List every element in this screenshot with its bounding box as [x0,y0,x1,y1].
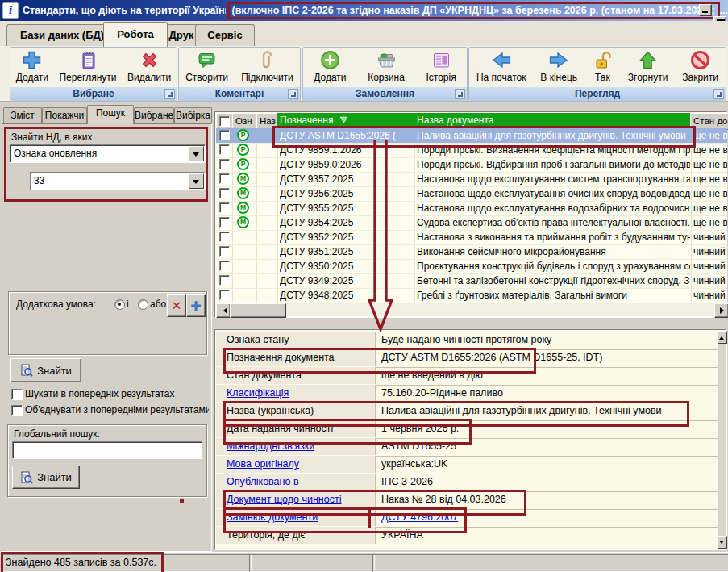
detail-row: Ознака стану Буде надано чинності протяг… [216,332,719,350]
orders-history-button[interactable]: Історія [422,48,459,84]
sidebar-tab-selection[interactable]: Вибірка [174,107,212,124]
sidebar-tab-index[interactable]: Покажчи [42,107,87,124]
sidebar-tab-favorites[interactable]: Вибране [134,107,174,124]
find-button[interactable]: Знайти [10,358,81,382]
scrollbar-thumb[interactable] [230,303,286,318]
international-links-link[interactable]: Міжнародні зв'язки [216,438,376,455]
table-row-selected[interactable]: Р ДСТУ ASTM D1655:2026 ( Палива авіаційн… [216,128,727,144]
original-language-link[interactable]: Мова оригіналу [216,456,376,473]
window-title-highlight-annotation: (включно ІПС 2-2026 та згідно наказів ДП… [227,2,720,19]
doc-name: Судова експертиза об'єктів права інтелек… [417,217,690,228]
table-row[interactable]: Р ДСТУ 9859.0:2026 Породи гірські. Відби… [216,157,727,173]
row-checkbox[interactable] [219,188,230,198]
additional-condition-label: Додаткова умова: [16,299,96,310]
sidebar-tab-search[interactable]: Пошук [87,105,134,124]
replaced-document-link[interactable]: ДСТУ 4796:2007 [381,511,716,523]
sidebar-tab-contents[interactable]: Зміст [3,107,42,124]
chevron-down-icon[interactable] [189,146,204,161]
group-caption-favorites: Вибране [10,87,177,101]
tab-work[interactable]: Робота [103,22,168,47]
doc-code: ДСТУ 9349:2025 [280,275,414,286]
orders-basket-button[interactable]: Корзина [364,48,408,84]
group-caption-orders: Замовлення [303,87,467,101]
replaces-documents-link[interactable]: Замінює документи [216,509,376,526]
search-previous-checkbox[interactable] [11,389,23,400]
table-row[interactable]: ДСТУ 9349:2025 Бетонні та залізобетонні … [216,273,727,289]
group-comments: Створити Підключити Коментарі [178,47,301,102]
view-collapse-button[interactable]: Згорнути [625,48,672,84]
table-row[interactable]: Р ДСТУ 9859.1:2026 Породи гірські. Визна… [216,143,727,158]
doc-name: Породи гірські. Відбирання проб і загаль… [417,159,690,170]
speech-bubble-icon [196,49,218,71]
table-row[interactable]: М ДСТУ 9356:2025 Настанова щодо експлуат… [216,186,727,202]
detail-row: Опубліковано в ІПС 3-2026 [216,474,719,492]
remove-condition-button[interactable]: ✕ [167,294,186,317]
horizontal-scrollbar[interactable] [216,303,727,316]
value-combobox[interactable]: 33 [30,172,206,190]
view-go-start-button[interactable]: На початок [473,48,530,84]
select-all-checkbox[interactable] [219,116,230,127]
scroll-left-button[interactable] [216,303,231,318]
detail-label: Позначення документа [216,349,376,366]
row-checkbox[interactable] [219,173,230,184]
row-checkbox[interactable] [219,246,230,257]
dialog-launcher-icon[interactable] [164,89,175,99]
row-checkbox[interactable] [219,232,230,242]
doc-status: чинний [693,275,727,286]
detail-row: Стан документа ще не введений в дію [216,367,719,386]
published-in-link[interactable]: Опубліковано в [216,474,376,491]
table-row[interactable]: ДСТУ 9351:2025 Виконання сейсмічного мік… [216,244,727,260]
scroll-right-button[interactable] [714,303,728,318]
header-code-sorted[interactable]: Позначення [277,113,418,128]
favorites-add-button[interactable]: Додати [13,48,52,84]
scroll-down-button[interactable] [718,536,727,549]
chevron-down-icon[interactable] [189,173,204,189]
merge-previous-checkbox[interactable] [11,405,23,416]
validity-document-link[interactable]: Документ щодо чинності [216,491,376,508]
scroll-up-button[interactable] [718,331,727,344]
plus-circle-icon [319,49,341,71]
dialog-launcher-icon[interactable] [288,89,298,99]
status-badge: М [237,216,249,228]
row-checkbox[interactable] [219,261,230,271]
favorites-delete-button[interactable]: Видалити [124,48,174,84]
radio-and[interactable] [114,299,125,310]
row-checkbox[interactable] [219,290,230,300]
table-row[interactable]: М ДСТУ 9354:2025 Судова експертиза об'єк… [216,215,727,231]
global-find-button[interactable]: Знайти [12,466,80,489]
group-caption-comments: Коментарі [179,87,300,101]
dialog-launcher-icon[interactable] [713,89,724,99]
table-row[interactable]: М ДСТУ 9357:2025 Настанова щодо експлуат… [216,172,727,187]
classification-link[interactable]: Класифікація [216,385,376,402]
view-go-end-button[interactable]: В кінець [537,48,580,84]
view-yes-button[interactable]: Так [589,48,617,84]
orders-add-button[interactable]: Додати [310,48,349,84]
global-search-input[interactable] [12,441,202,459]
row-checkbox[interactable] [219,275,230,286]
vertical-scrollbar[interactable] [718,331,726,549]
detail-label: Дата надання чинності [216,420,376,437]
row-checkbox[interactable] [219,217,230,228]
row-checkbox[interactable] [219,130,230,140]
header-status[interactable]: Стан док [690,113,728,130]
comments-create-button[interactable]: Створити [182,48,231,84]
minimize-button[interactable] [699,4,712,16]
row-checkbox[interactable] [219,202,230,213]
criteria-combobox[interactable]: Ознака оновлення [10,144,206,163]
tab-service[interactable]: Сервіс [195,24,255,47]
scroll-down-icon [719,541,724,546]
favorites-view-button[interactable]: Переглянути [56,48,119,84]
header-name[interactable]: Назва документа [414,113,693,128]
table-row[interactable]: ДСТУ 9350:2025 Проєктування конструкцій … [216,259,727,274]
view-close-button[interactable]: Закрити [679,48,722,84]
add-condition-button[interactable]: ✚ [186,294,206,317]
row-checkbox[interactable] [219,159,230,169]
table-row[interactable]: М ДСТУ 9355:2025 Настанова щодо експлуат… [216,201,727,216]
comments-attach-button[interactable]: Підключити [238,48,297,84]
table-row[interactable]: ДСТУ 9352:2025 Настанова з виконання та … [216,230,727,245]
radio-or[interactable] [138,299,148,310]
table-row[interactable]: ДСТУ 9348:2025 Греблі з ґрунтових матері… [216,288,727,303]
row-checkbox[interactable] [219,144,230,155]
dialog-launcher-icon[interactable] [455,89,465,99]
tab-databases[interactable]: Бази даних (БД) [6,24,118,47]
